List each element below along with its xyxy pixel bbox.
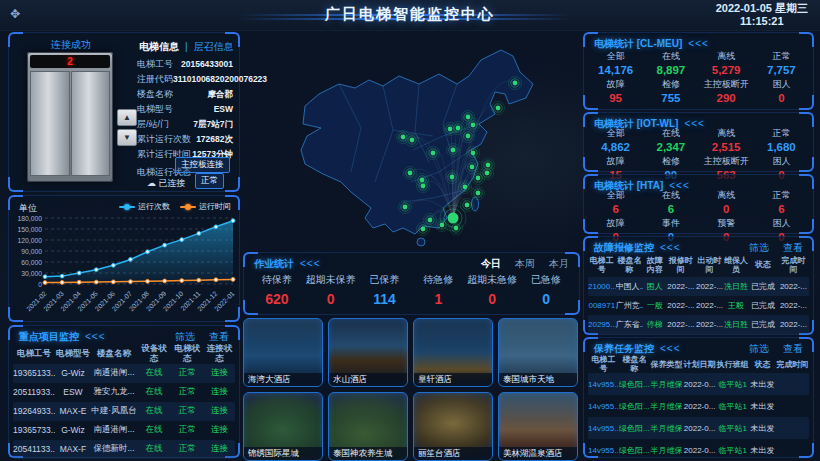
project-thumbnail[interactable]: 泰国神农养生城 [328,392,408,461]
site-marker[interactable] [428,218,433,223]
site-marker[interactable] [431,151,436,156]
table-row[interactable]: 19365133...G-Wiz南通港闸...在线正常连接 [13,364,235,383]
site-marker[interactable] [496,106,501,111]
site-marker[interactable] [421,227,426,232]
connection-status: 连接成功 [21,38,121,52]
site-marker[interactable] [466,115,471,120]
tab-今日[interactable]: 今日 [481,258,501,269]
table-row[interactable]: 14v955...绿色阳...半月维保2022-0...临平站1未出发 [588,417,809,439]
site-marker[interactable] [476,191,481,196]
site-marker[interactable] [471,123,476,128]
project-thumbnail-label: 锦绣国际星城 [244,447,322,460]
stats-panel-hta: 电梯统计 [HTA]<<< 全部6在线6离线0正常6故障0事件0预警0困人0 [583,174,814,234]
filter-button[interactable]: 筛选 [175,331,195,342]
job-stat-label: 已保养 [358,273,412,287]
project-thumbnail-label: 海湾大酒店 [244,373,322,386]
hub-marker[interactable] [448,213,459,224]
table-cell: G-Wiz [55,425,91,435]
column-header: 连接状态 [204,344,235,364]
project-thumbnail[interactable]: 泰国城市天地 [498,318,578,387]
site-marker[interactable] [470,165,475,170]
column-header: 计划日期 [683,360,716,369]
y-tick-label: 60,000 [21,259,42,266]
site-marker[interactable] [403,205,408,210]
stat-item: 正常6 [754,189,809,215]
job-stat-value: 1 [411,291,465,307]
stat-item: 在线8,897 [643,50,698,76]
site-marker[interactable] [410,138,415,143]
tab-本月[interactable]: 本月 [549,258,569,269]
china-map [243,32,578,250]
site-marker[interactable] [471,151,476,156]
view-button[interactable]: 查看 [209,331,229,342]
project-thumbnail[interactable]: 水山酒店 [328,318,408,387]
mainboard-connect-button[interactable]: 主控板连接 [175,157,230,173]
tab-floor-call[interactable]: 层召信息 [194,41,234,52]
site-marker[interactable] [465,203,470,208]
collapse-control[interactable]: <<< [688,38,709,49]
column-header: 楼盘名称 [91,349,138,359]
stat-item: 离线5,279 [699,50,754,76]
filter-button[interactable]: 筛选 [749,242,769,253]
panel-title: 电梯统计 [CL-MEU]<<< [594,37,709,51]
table-row[interactable]: 20295...广东省...停梯2022-...2022-...冼日胜已完成20… [588,315,809,334]
table-row[interactable]: 14v955...绿色阳...半月维保2022-0...临平站1未出发 [588,439,809,461]
datetime: 2022-01-05 星期三 11:15:21 [716,2,808,28]
table-cell: 2022-... [778,282,809,291]
table-row[interactable]: 19264933...MAX-E中建·凤凰台在线正常连接 [13,402,235,421]
site-marker[interactable] [485,171,490,176]
site-marker[interactable] [451,148,456,153]
collapse-control[interactable]: <<< [85,331,106,342]
up-arrow-button[interactable]: ▲ [117,109,137,126]
table-cell: 停梯 [643,319,666,330]
table-cell: 正常 [171,367,204,379]
view-button[interactable]: 查看 [783,242,803,253]
tab-本周[interactable]: 本周 [515,258,535,269]
tab-elevator-info[interactable]: 电梯信息 [139,41,179,52]
collapse-control[interactable]: <<< [660,343,681,354]
project-thumbnail-label: 皇轩酒店 [414,373,492,386]
site-marker[interactable] [466,134,471,139]
project-thumbnail[interactable]: 丽笙台酒店 [413,392,493,461]
table-row[interactable]: 19365733...G-Wiz南通港闸...在线正常连接 [13,421,235,440]
site-marker[interactable] [476,176,481,181]
filter-button[interactable]: 筛选 [749,343,769,354]
table-row[interactable]: 14v955...绿色阳...半月维保2022-0...临平站1未出发 [588,373,809,395]
collapse-control[interactable]: <<< [300,258,321,269]
stat-value: 7,757 [754,64,809,76]
table-cell: 14v955... [588,380,619,389]
site-marker[interactable] [513,81,518,86]
job-stat-label: 已急修 [519,273,573,287]
table-row[interactable]: 20541133...MAX-F保德新时...在线正常连接 [13,440,235,459]
field-label: 电梯型号 [137,102,173,117]
site-marker[interactable] [456,126,461,131]
table-cell: 在线 [137,405,170,417]
column-header: 电梯型号 [55,349,91,359]
collapse-control[interactable]: <<< [660,242,681,253]
data-point [163,243,167,247]
table-cell: 在线 [137,386,170,398]
elevator-door-right [71,71,111,176]
table-cell: 半月维保 [650,445,683,456]
normal-status-button[interactable]: 正常 [195,173,224,189]
site-marker[interactable] [408,171,413,176]
project-thumbnail[interactable]: 锦绣国际星城 [243,392,323,461]
table-row[interactable]: 20511933...ESW雅安九龙...在线正常连接 [13,383,235,402]
project-thumbnail[interactable]: 海湾大酒店 [243,318,323,387]
down-arrow-button[interactable]: ▼ [117,129,137,146]
site-marker[interactable] [421,184,426,189]
site-marker[interactable] [463,185,468,190]
table-header-row: 电梯工号楼盘名称保养类型计划日期执行班组状态完成时间 [588,355,809,373]
table-row[interactable]: 21000...中国人...困人2022-...2022-...冼日胜已完成20… [588,277,809,296]
site-marker[interactable] [450,175,455,180]
table-row[interactable]: 14v955...绿色阳...半月维保2022-0...临平站1未出发 [588,395,809,417]
site-marker[interactable] [401,135,406,140]
stat-item: 在线2,347 [643,127,698,153]
table-row[interactable]: 008971广州竞...一般2022-...2022-...王毅已完成2022-… [588,296,809,315]
maintain-table: 电梯工号楼盘名称保养类型计划日期执行班组状态完成时间14v955...绿色阳..… [588,355,809,461]
view-button[interactable]: 查看 [783,343,803,354]
project-thumbnail[interactable]: 美林湖温泉酒店 [498,392,578,461]
project-thumbnail[interactable]: 皇轩酒店 [413,318,493,387]
y-tick-label: 120,000 [17,237,42,244]
y-tick-label: 90,000 [21,248,42,255]
